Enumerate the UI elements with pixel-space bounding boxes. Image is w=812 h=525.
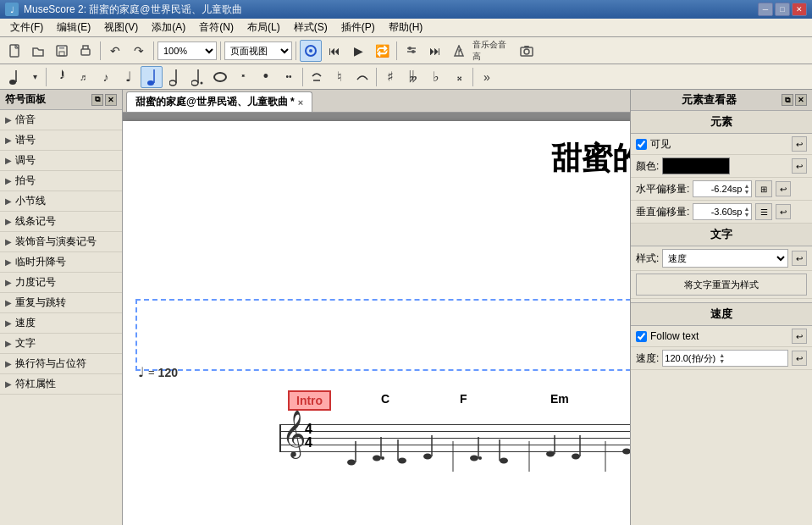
open-button[interactable] — [27, 40, 49, 62]
accidental-dbl-flat[interactable]: 𝄪 — [448, 66, 470, 88]
content-area: 甜蜜的家庭@世界民谣、儿童歌曲 * × 甜蜜的家 ♩ = 120 Intro — [123, 90, 630, 525]
style-select[interactable]: 速度 文字 — [662, 249, 788, 268]
sidebar-close-button[interactable]: ✕ — [105, 94, 117, 106]
maximize-button[interactable]: □ — [775, 3, 790, 16]
accidental-natural2[interactable]: ♭ — [425, 66, 447, 88]
color-picker[interactable] — [662, 158, 730, 174]
zoom-select[interactable]: 100% 75% 150% — [157, 41, 217, 60]
h-offset-reset-button[interactable]: ↩ — [776, 181, 791, 196]
screenshot-button[interactable] — [516, 40, 538, 62]
sidebar-item-beion[interactable]: ▶倍音 — [0, 110, 122, 130]
duration-8th[interactable]: ♩ — [118, 66, 140, 88]
menu-view[interactable]: 视图(V) — [97, 19, 145, 36]
rewind-button[interactable]: ⏮ — [323, 40, 345, 62]
dotted-note[interactable]: • — [255, 66, 277, 88]
accidental-natural[interactable]: ♮ — [329, 66, 351, 88]
repeat-button[interactable]: 🔁 — [371, 40, 393, 62]
sidebar-item-breaks[interactable]: ▶换行符与占位符 — [0, 354, 122, 374]
duration-whole[interactable] — [209, 66, 231, 88]
close-button[interactable]: ✕ — [792, 3, 807, 16]
duration-quarter[interactable] — [141, 66, 163, 88]
v-offset-down[interactable]: ▼ — [743, 212, 749, 218]
sidebar-item-dynamics[interactable]: ▶力度记号 — [0, 273, 122, 293]
sidebar-item-time[interactable]: ▶拍号 — [0, 171, 122, 191]
style-reset-button[interactable]: ↩ — [792, 251, 807, 266]
score-tab[interactable]: 甜蜜的家庭@世界民谣、儿童歌曲 * × — [126, 91, 312, 112]
v-offset-row: 垂直偏移量: -3.60sp ▲ ▼ ☰ ↩ — [631, 201, 812, 224]
visible-reset-button[interactable]: ↩ — [792, 136, 807, 152]
v-offset-icon1[interactable]: ☰ — [755, 203, 772, 220]
follow-text-checkbox[interactable] — [636, 331, 647, 342]
play-button[interactable]: ▶ — [347, 40, 369, 62]
more-button[interactable]: » — [476, 66, 498, 88]
duration-dotted-half[interactable] — [186, 66, 208, 88]
duration-dbl-whole[interactable]: 𝄺 — [232, 66, 254, 88]
accidental-sharp[interactable]: ♯ — [379, 66, 401, 88]
duration-32[interactable]: ♬ — [72, 66, 94, 88]
menu-file[interactable]: 文件(F) — [3, 19, 50, 36]
duration-16[interactable]: ♪ — [95, 66, 117, 88]
chord-C-1: C — [381, 392, 389, 406]
color-row: 颜色: ↩ — [631, 155, 812, 178]
menu-help[interactable]: 帮助(H) — [382, 19, 430, 36]
svg-point-33 — [398, 458, 406, 464]
sidebar-float-button[interactable]: ⧉ — [91, 94, 103, 106]
mixer-button[interactable] — [400, 40, 423, 62]
score-area[interactable]: 甜蜜的家 ♩ = 120 Intro C F Em Am — [123, 113, 630, 525]
follow-text-reset-button[interactable]: ↩ — [792, 329, 807, 344]
sidebar-item-ornament[interactable]: ▶装饰音与演奏记号 — [0, 232, 122, 252]
sidebar-item-line[interactable]: ▶线条记号 — [0, 212, 122, 232]
sidebar-item-key[interactable]: ▶调号 — [0, 151, 122, 171]
menu-add[interactable]: 添加(A) — [145, 19, 192, 36]
menu-style[interactable]: 样式(S) — [287, 19, 334, 36]
save-button[interactable] — [51, 40, 73, 62]
duration-64[interactable]: 𝅘𝅥𝅲 — [49, 66, 71, 88]
accidental-flat[interactable]: 𝄫 — [402, 66, 424, 88]
sidebar-item-accidental[interactable]: ▶临时升降号 — [0, 252, 122, 273]
step-forward-button[interactable]: ⏭ — [424, 40, 446, 62]
speed-reset-button[interactable]: ↩ — [792, 351, 807, 366]
metronome-button[interactable] — [448, 40, 470, 62]
h-offset-icon1[interactable]: ⊞ — [755, 180, 772, 197]
v-offset-up[interactable]: ▲ — [743, 206, 749, 212]
sidebar-item-beam[interactable]: ▶符杠属性 — [0, 374, 122, 395]
tab-close-button[interactable]: × — [298, 97, 303, 108]
menu-layout[interactable]: 布局(L) — [240, 19, 287, 36]
redo-button[interactable]: ↷ — [128, 40, 150, 62]
sidebar-item-repeat[interactable]: ▶重复与跳转 — [0, 293, 122, 313]
h-offset-down[interactable]: ▼ — [743, 189, 749, 195]
sidebar-item-barline[interactable]: ▶小节线 — [0, 191, 122, 212]
speed-up[interactable]: ▲ — [719, 352, 725, 358]
concert-pitch-button[interactable]: 音乐会音高 — [472, 40, 514, 62]
speed-down[interactable]: ▼ — [719, 358, 725, 364]
minimize-button[interactable]: ─ — [758, 3, 773, 16]
panel-float-button[interactable]: ⧉ — [782, 94, 793, 106]
svg-point-49 — [622, 449, 630, 455]
visible-checkbox[interactable] — [636, 139, 647, 150]
view-select[interactable]: 页面视图 连续视图 — [224, 41, 292, 60]
note-dropdown[interactable]: ▾ — [26, 66, 43, 88]
note-tie[interactable] — [351, 66, 373, 88]
sidebar-item-text[interactable]: ▶文字 — [0, 334, 122, 354]
rest-button[interactable] — [306, 66, 328, 88]
double-dot[interactable]: •• — [278, 66, 300, 88]
sidebar-item-tempo[interactable]: ▶速度 — [0, 313, 122, 334]
undo-button[interactable]: ↶ — [104, 40, 126, 62]
toolbar-separator-1 — [100, 41, 101, 60]
toolbar-separator-3 — [220, 41, 221, 60]
v-offset-reset-button[interactable]: ↩ — [776, 204, 791, 219]
note-input-mode[interactable] — [3, 66, 25, 88]
print-button[interactable] — [75, 40, 97, 62]
duration-half[interactable] — [163, 66, 185, 88]
menu-edit[interactable]: 编辑(E) — [50, 19, 97, 36]
color-reset-button[interactable]: ↩ — [792, 158, 807, 174]
reset-style-button[interactable]: 将文字重置为样式 — [636, 274, 807, 296]
new-button[interactable] — [3, 40, 25, 62]
h-offset-up[interactable]: ▲ — [743, 183, 749, 189]
properties-panel: 元素查看器 ⧉ ✕ 元素 可见 ↩ 颜色: ↩ 水平偏移量: -6.24sp — [630, 90, 812, 525]
panel-close-button[interactable]: ✕ — [795, 94, 807, 106]
sidebar-item-clef[interactable]: ▶谱号 — [0, 130, 122, 151]
menu-plugin[interactable]: 插件(P) — [334, 19, 382, 36]
loop-button[interactable] — [300, 40, 322, 62]
menu-note[interactable]: 音符(N) — [192, 19, 240, 36]
